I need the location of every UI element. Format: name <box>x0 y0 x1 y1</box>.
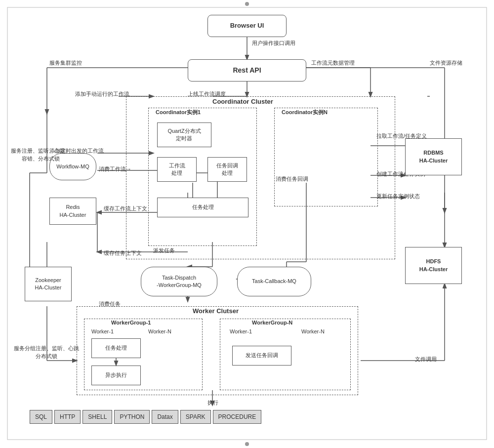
tool-python: PYTHON <box>114 410 150 424</box>
workflow-meta-manage-label: 工作流元数据管理 <box>311 59 355 67</box>
coordinatorN-box <box>274 108 378 206</box>
tool-shell: SHELL <box>82 410 112 424</box>
service-detail-register-label: 服务分组注册、监听、心跳分布式锁 <box>14 336 79 361</box>
task-async-arrow <box>114 358 124 367</box>
workergroupN-label: WorkerGroup-N <box>252 320 292 326</box>
task-callback-mq-box: Task-Callback-MQ <box>237 267 311 296</box>
service-cluster-monitor-label: 服务集群监控 <box>49 59 82 67</box>
rest-api-box: Rest API <box>188 59 306 81</box>
save-task-ctx-label: 缓存任务上下文 <box>104 249 142 257</box>
tool-datax: Datax <box>152 410 178 424</box>
worker-cluster-label: Worker Clutser <box>193 307 239 315</box>
task-process-inner-box: 任务处理 <box>157 198 248 217</box>
workerN-g1-label: Worker-N <box>148 328 171 334</box>
svg-point-1 <box>245 442 249 446</box>
save-workflow-ctx-label: 缓存工作流上下文 <box>104 205 147 212</box>
coordinator1-label: Coordinator实例1 <box>156 109 201 116</box>
browser-ui-box: Browser UI <box>207 15 287 37</box>
tool-spark: SPARK <box>180 410 211 424</box>
user-api-call-label: 用户操作接口调用 <box>252 40 295 47</box>
dispatch-task-label: 派发任务 <box>153 247 175 254</box>
send-callback-box: 发送任务回调 <box>232 346 291 366</box>
update-task-status-label: 更新任务实例状态 <box>376 193 420 200</box>
worker1-gN-label: Worker-1 <box>230 328 252 334</box>
hdfs-box: HDFSHA-Cluster <box>405 247 462 284</box>
workflow-process-box: 工作流处理 <box>157 157 197 182</box>
coordinatorN-label: Coordinator实例N <box>282 109 328 116</box>
rdbms-box: RDBMSHA-Cluster <box>405 138 462 175</box>
worker1-g1-label: Worker-1 <box>91 328 114 334</box>
zookeeper-box: ZookeeperHA-Cluster <box>25 267 72 301</box>
tool-http: HTTP <box>54 410 81 424</box>
diagram-container: Browser UI 用户操作接口调用 Rest API 服务集群监控 添加手动… <box>0 0 494 448</box>
consume-task-callback-label: 消费任务回调 <box>276 175 308 183</box>
bottom-tools-row: SQL HTTP SHELL PYTHON Datax SPARK PROCED… <box>30 410 261 424</box>
coordinator-cluster-label: Coordinator Cluster <box>212 98 273 105</box>
tool-sql: SQL <box>30 410 52 424</box>
redis-box: RedisHA-Cluster <box>49 198 96 225</box>
consume-task-label: 消费任务 <box>99 300 121 308</box>
file-call-label: 文件调用 <box>415 356 437 363</box>
consume-workflow-label: 消费工作流→ <box>99 165 131 173</box>
workerN-gN-label: Worker-N <box>301 328 325 334</box>
task-handle-box: 任务处理 <box>91 338 141 358</box>
task-dispatch-mq-box: Task-Dispatch-WorkerGroup-MQ <box>141 267 217 296</box>
svg-point-0 <box>245 2 249 6</box>
quartz-box: QuartZ分布式定时器 <box>157 122 211 147</box>
tool-procedure: PROCEDURE <box>213 410 262 424</box>
add-timed-workflow-label: 添加定时出发的工作流 <box>49 147 104 155</box>
add-manual-workflow-label: 添加手动运行的工作流 <box>75 90 129 98</box>
async-exec-box: 异步执行 <box>91 366 141 385</box>
file-storage-label: 文件资源存储 <box>430 59 462 67</box>
execute-label: 执行 <box>207 399 218 407</box>
task-schedule-box: 任务回调处理 <box>207 157 247 182</box>
workergroup1-label: WorkerGroup-1 <box>111 320 151 326</box>
